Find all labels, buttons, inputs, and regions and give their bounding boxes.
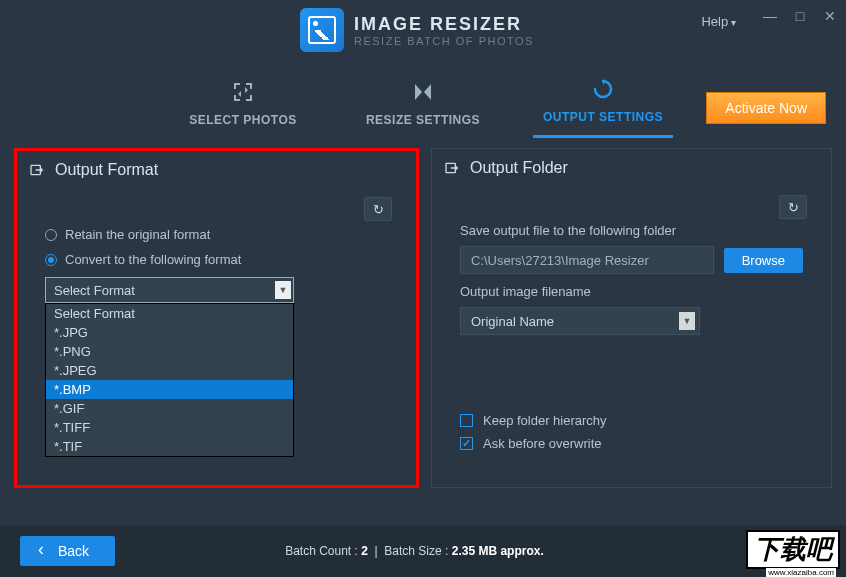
export-icon [29,162,45,178]
help-menu[interactable]: Help [701,14,736,29]
radio-label: Retain the original format [65,227,210,242]
save-folder-label: Save output file to the following folder [460,223,803,238]
footer: Back Batch Count : 2 | Batch Size : 2.35… [0,525,846,577]
output-format-panel: Output Format ↻ Retain the original form… [14,148,419,488]
tab-select-photos[interactable]: SELECT PHOTOS [173,80,313,138]
format-option[interactable]: *.GIF [46,399,293,418]
browse-button[interactable]: Browse [724,248,803,273]
radio-label: Convert to the following format [65,252,241,267]
panel-title: Output Folder [470,159,568,177]
output-path-input[interactable] [460,246,714,274]
panels-row: Output Format ↻ Retain the original form… [0,138,846,488]
ask-overwrite-checkbox[interactable]: Ask before overwrite [460,436,803,451]
resize-icon [353,80,493,106]
radio-retain-format[interactable]: Retain the original format [45,227,388,242]
format-option[interactable]: *.TIF [46,437,293,456]
format-option[interactable]: *.TIFF [46,418,293,437]
format-option[interactable]: *.JPG [46,323,293,342]
watermark-url: www.xiazaiba.com [766,568,836,577]
back-button[interactable]: Back [20,536,115,566]
filename-label: Output image filename [460,284,803,299]
output-folder-panel: Output Folder ↻ Save output file to the … [431,148,832,488]
tab-label: OUTPUT SETTINGS [543,110,663,124]
titlebar: IMAGE RESIZER RESIZE BATCH OF PHOTOS Hel… [0,0,846,60]
output-icon [533,77,673,103]
expand-icon [173,80,313,106]
tab-label: SELECT PHOTOS [189,113,297,127]
radio-icon [45,229,57,241]
checkbox-label: Ask before overwrite [483,436,602,451]
app-title-block: IMAGE RESIZER RESIZE BATCH OF PHOTOS [354,14,534,47]
chevron-down-icon: ▼ [275,281,291,299]
filename-select[interactable]: Original Name ▼ [460,307,700,335]
window-controls: — □ ✕ [762,8,838,24]
checkbox-label: Keep folder hierarchy [483,413,607,428]
format-option[interactable]: Select Format [46,304,293,323]
format-option[interactable]: *.JPEG [46,361,293,380]
close-button[interactable]: ✕ [822,8,838,24]
batch-info: Batch Count : 2 | Batch Size : 2.35 MB a… [285,544,544,558]
tab-label: RESIZE SETTINGS [366,113,480,127]
activate-button[interactable]: Activate Now [706,92,826,124]
app-title: IMAGE RESIZER [354,14,534,35]
panel-header: Output Folder [432,149,831,195]
minimize-button[interactable]: — [762,8,778,24]
main-tabs: SELECT PHOTOS RESIZE SETTINGS OUTPUT SET… [0,60,846,138]
watermark: 下载吧 [746,530,840,569]
keep-hierarchy-checkbox[interactable]: Keep folder hierarchy [460,413,803,428]
tab-resize-settings[interactable]: RESIZE SETTINGS [353,80,493,138]
radio-convert-format[interactable]: Convert to the following format [45,252,388,267]
format-option[interactable]: *.PNG [46,342,293,361]
checkbox-icon [460,437,473,450]
radio-icon [45,254,57,266]
checkbox-icon [460,414,473,427]
maximize-button[interactable]: □ [792,8,808,24]
app-subtitle: RESIZE BATCH OF PHOTOS [354,35,534,47]
tab-output-settings[interactable]: OUTPUT SETTINGS [533,77,673,138]
format-dropdown: Select Format *.JPG *.PNG *.JPEG *.BMP *… [45,303,294,457]
panel-header: Output Format [17,151,416,197]
select-value: Select Format [54,283,135,298]
app-logo [300,8,344,52]
chevron-down-icon: ▼ [679,312,695,330]
panel-title: Output Format [55,161,158,179]
format-option[interactable]: *.BMP [46,380,293,399]
export-icon [444,160,460,176]
select-value: Original Name [471,314,554,329]
format-select[interactable]: Select Format ▼ Select Format *.JPG *.PN… [45,277,294,303]
